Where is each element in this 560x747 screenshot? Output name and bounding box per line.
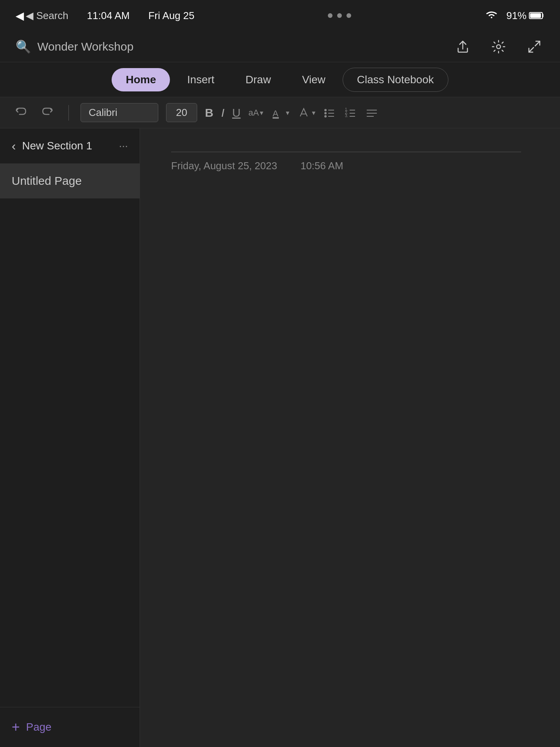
sidebar-section-title: New Section 1 — [22, 140, 113, 152]
underline-label: U — [232, 106, 241, 119]
tab-view-label: View — [302, 74, 326, 86]
toolbar-divider-1 — [68, 105, 69, 121]
notebook-title: Wonder Workshop — [37, 40, 133, 53]
search-actions — [453, 37, 544, 57]
bold-label: B — [205, 106, 214, 119]
underline-button[interactable]: U — [232, 106, 241, 119]
tab-home[interactable]: Home — [112, 68, 170, 91]
text-size-chevron: ▾ — [260, 109, 263, 117]
svg-point-5 — [324, 109, 327, 111]
bold-button[interactable]: B — [205, 106, 214, 119]
settings-button[interactable] — [488, 37, 509, 57]
status-bar: ◀ ◀ Search 11:04 AM Fri Aug 25 91% — [0, 0, 560, 31]
page-time: 10:56 AM — [301, 160, 343, 172]
font-size-value: 20 — [176, 107, 187, 118]
page-date: Friday, August 25, 2023 — [171, 160, 277, 172]
svg-point-6 — [324, 112, 327, 114]
text-color-button[interactable]: ▾ — [297, 106, 315, 119]
highlight-button[interactable]: A ▾ — [271, 106, 289, 119]
share-button[interactable] — [453, 37, 473, 57]
back-signal-icon: ◀ — [16, 9, 24, 22]
sidebar-more-button[interactable]: ··· — [119, 140, 128, 152]
redo-button[interactable] — [38, 103, 57, 122]
sidebar-header: ‹ New Section 1 ··· — [0, 128, 140, 163]
font-name-value: Calibri — [89, 107, 117, 118]
search-left[interactable]: 🔍 Wonder Workshop — [16, 39, 133, 54]
text-color-chevron: ▾ — [312, 109, 315, 117]
tab-view[interactable]: View — [288, 68, 340, 91]
canvas-area[interactable]: Friday, August 25, 2023 10:56 AM — [140, 128, 560, 747]
add-page-label: Page — [26, 721, 51, 733]
text-size-icon: aA — [248, 108, 259, 118]
bullets-button[interactable] — [323, 106, 336, 119]
status-dots — [328, 13, 351, 18]
svg-point-2 — [497, 45, 500, 49]
tab-insert-label: Insert — [187, 74, 214, 86]
tab-insert[interactable]: Insert — [173, 68, 228, 91]
search-icon: 🔍 — [16, 39, 31, 54]
sidebar: ‹ New Section 1 ··· Untitled Page + Page — [0, 128, 140, 747]
add-page-button[interactable]: + Page — [0, 707, 140, 747]
tab-class-notebook-label: Class Notebook — [357, 74, 434, 86]
text-size-button[interactable]: aA ▾ — [248, 108, 263, 118]
svg-text:3.: 3. — [345, 114, 348, 118]
tab-home-label: Home — [126, 74, 156, 86]
main-area: ‹ New Section 1 ··· Untitled Page + Page… — [0, 128, 560, 747]
wifi-icon — [485, 9, 499, 23]
add-page-plus-icon: + — [12, 719, 20, 735]
tab-draw-label: Draw — [245, 74, 271, 86]
battery-percent: 91% — [506, 10, 527, 22]
svg-rect-4 — [273, 117, 279, 119]
status-time: 11:04 AM — [87, 10, 130, 22]
toolbar: Calibri 20 B I U aA ▾ A ▾ ▾ — [0, 97, 560, 128]
italic-label: I — [221, 106, 224, 119]
status-right: 91% — [485, 9, 544, 23]
tab-class-notebook[interactable]: Class Notebook — [343, 68, 448, 92]
more-formatting-button[interactable] — [365, 106, 378, 119]
status-date: Fri Aug 25 — [148, 10, 194, 22]
font-name-selector[interactable]: Calibri — [80, 103, 158, 122]
tab-bar: Home Insert Draw View Class Notebook — [0, 62, 560, 97]
svg-rect-1 — [530, 13, 541, 18]
numbered-list-button[interactable]: 1. 2. 3. — [344, 106, 357, 119]
undo-button[interactable] — [12, 103, 30, 122]
page-header-line — [171, 152, 521, 152]
sidebar-back-button[interactable]: ‹ — [12, 139, 16, 153]
battery-icon: 91% — [506, 10, 544, 22]
font-size-selector[interactable]: 20 — [166, 103, 197, 122]
status-left: ◀ ◀ Search 11:04 AM Fri Aug 25 — [16, 9, 194, 22]
page-title-label: Untitled Page — [12, 174, 82, 187]
expand-button[interactable] — [524, 37, 544, 57]
italic-button[interactable]: I — [221, 106, 224, 119]
svg-point-7 — [324, 115, 327, 117]
svg-text:A: A — [273, 109, 278, 118]
highlight-chevron: ▾ — [286, 109, 289, 117]
status-signal-label: ◀ Search — [26, 10, 68, 22]
tab-draw[interactable]: Draw — [231, 68, 285, 91]
search-bar: 🔍 Wonder Workshop — [0, 31, 560, 62]
page-date-row: Friday, August 25, 2023 10:56 AM — [171, 160, 529, 172]
sidebar-page-item[interactable]: Untitled Page — [0, 163, 140, 198]
